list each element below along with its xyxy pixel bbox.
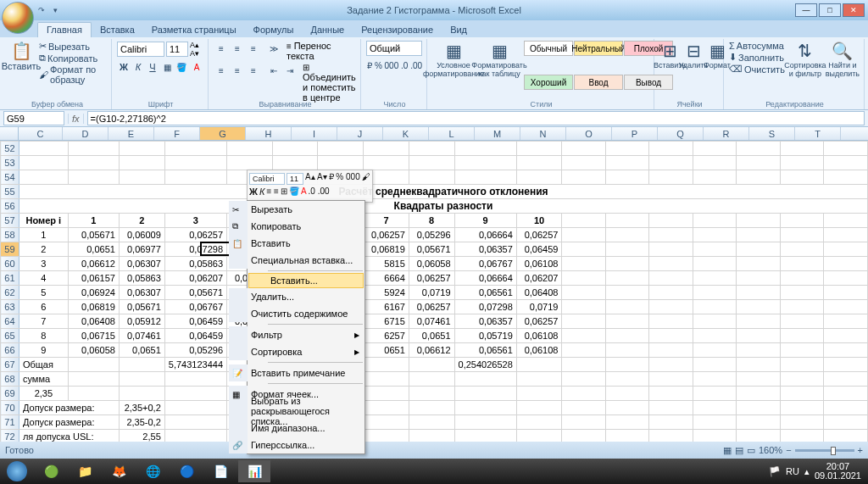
column-header[interactable]: F: [154, 127, 200, 140]
font-color-button[interactable]: A: [189, 59, 204, 75]
context-menu-item[interactable]: Удалить...: [229, 288, 364, 305]
bold-button[interactable]: Ж: [117, 59, 131, 75]
view-break-icon[interactable]: ▭: [747, 445, 755, 456]
tray-lang[interactable]: RU: [786, 466, 799, 476]
format-table-button[interactable]: ▦Форматировать как таблицу: [478, 41, 520, 108]
conditional-format-button[interactable]: ▦Условное форматирование: [432, 41, 475, 108]
font-name-input[interactable]: [117, 42, 164, 57]
column-header[interactable]: T: [795, 127, 841, 140]
row-header[interactable]: 64: [1, 314, 19, 329]
qat-drop-icon[interactable]: ▾: [49, 4, 61, 16]
office-button[interactable]: [2, 2, 34, 34]
column-header[interactable]: L: [429, 127, 475, 140]
style-gallery[interactable]: ОбычныйНейтральныйПлохойХорошийВводВывод: [524, 41, 673, 108]
taskbar-app-6[interactable]: 📄: [204, 460, 236, 482]
name-box[interactable]: G59: [3, 111, 64, 125]
fill-series-button[interactable]: ⬇ Заполнить: [729, 52, 785, 63]
column-header[interactable]: E: [108, 127, 154, 140]
close-button[interactable]: ✕: [843, 3, 865, 17]
context-menu-item[interactable]: Выбрать из раскрывающегося списка...: [229, 403, 364, 420]
taskbar-app-4[interactable]: 🌐: [136, 460, 169, 482]
row-header[interactable]: 62: [1, 286, 19, 300]
ribbon-tab[interactable]: Рецензирование: [353, 23, 442, 37]
taskbar-app-1[interactable]: 🟢: [35, 460, 67, 482]
row-header[interactable]: 55: [1, 185, 19, 199]
wrap-text-button[interactable]: ≡ Перенос текста: [287, 41, 357, 61]
taskbar-app-5[interactable]: 🔵: [170, 460, 203, 482]
context-menu-item[interactable]: Очистить содержимое: [229, 305, 364, 322]
column-header[interactable]: I: [292, 127, 337, 140]
underline-button[interactable]: Ч: [146, 59, 159, 75]
taskbar-app-3[interactable]: 🦊: [103, 460, 135, 482]
column-header[interactable]: G: [200, 127, 246, 140]
select-all-corner[interactable]: [0, 127, 19, 140]
context-menu-item[interactable]: 📋Вставить: [229, 235, 364, 252]
italic-button[interactable]: К: [131, 59, 145, 75]
row-header[interactable]: 57: [1, 214, 19, 228]
spreadsheet-grid[interactable]: CDEFGHIJKLMNOPQRST 52535455Расчёт средне…: [0, 127, 868, 484]
taskbar-app-2[interactable]: 📁: [69, 460, 101, 482]
start-button[interactable]: [0, 459, 34, 484]
context-menu-item[interactable]: Специальная вставка...: [229, 252, 364, 269]
copy-button[interactable]: ⧉ Копировать: [39, 53, 108, 64]
number-format-input[interactable]: [366, 41, 422, 56]
column-header[interactable]: H: [246, 127, 292, 140]
row-header[interactable]: 61: [1, 271, 19, 286]
column-header[interactable]: J: [337, 127, 383, 140]
view-normal-icon[interactable]: ▦: [723, 445, 732, 456]
row-header[interactable]: 52: [1, 142, 19, 156]
column-header[interactable]: D: [63, 127, 108, 140]
context-menu-item[interactable]: Фильтр▶: [229, 326, 364, 343]
context-menu-item[interactable]: 🔗Гиперссылка...: [229, 437, 364, 453]
find-select-button[interactable]: 🔍Найти и выделить: [826, 41, 860, 108]
context-menu-item[interactable]: Сортировка▶: [229, 343, 364, 360]
context-menu-item[interactable]: ⧉Копировать: [229, 218, 364, 235]
column-header[interactable]: M: [475, 127, 520, 140]
taskbar-excel[interactable]: 📊: [238, 460, 270, 482]
row-header[interactable]: 58: [1, 228, 19, 242]
column-header[interactable]: O: [566, 127, 612, 140]
ribbon-tab[interactable]: Данные: [302, 23, 353, 37]
context-menu-item[interactable]: ✂Вырезать: [229, 201, 364, 218]
tray-up-icon[interactable]: ▴: [804, 466, 810, 477]
ribbon-tab[interactable]: Разметка страницы: [143, 23, 245, 37]
row-header[interactable]: 70: [1, 401, 19, 415]
cut-button[interactable]: ✂ Вырезать: [39, 41, 108, 52]
column-header[interactable]: P: [612, 127, 658, 140]
zoom-level[interactable]: 160%: [759, 445, 782, 455]
context-menu-item[interactable]: Имя диапазона...: [229, 420, 364, 437]
formula-input[interactable]: =(G10-2,27186)^2: [87, 111, 865, 125]
context-menu-item[interactable]: 📝Вставить примечание: [229, 364, 364, 381]
row-header[interactable]: 65: [1, 329, 19, 343]
fill-button[interactable]: 🪣: [175, 59, 188, 75]
row-header[interactable]: 67: [1, 358, 19, 372]
tray-flag-icon[interactable]: 🏳️: [769, 466, 781, 477]
row-header[interactable]: 56: [1, 199, 19, 214]
ribbon-tab[interactable]: Вставка: [92, 23, 143, 37]
format-painter-button[interactable]: 🖌 Формат по образцу: [39, 64, 108, 85]
qat-redo-icon[interactable]: ↷: [36, 4, 47, 16]
mini-toolbar[interactable]: A▴ A▾₽ % 000🖌 ЖК≡ ≡⊞🪣A.0 .00: [247, 170, 373, 203]
row-header[interactable]: 69: [1, 387, 19, 401]
column-header[interactable]: N: [520, 127, 566, 140]
view-layout-icon[interactable]: ▤: [735, 445, 743, 456]
column-header[interactable]: K: [383, 127, 429, 140]
row-header[interactable]: 54: [1, 170, 19, 185]
autosum-button[interactable]: Σ Автосумма: [729, 41, 785, 51]
merge-button[interactable]: ⊞ Объединить и поместить в центре: [303, 63, 357, 103]
row-header[interactable]: 63: [1, 300, 19, 314]
zoom-out-button[interactable]: −: [786, 445, 791, 455]
sort-filter-button[interactable]: ⇅Сортировка и фильтр: [788, 41, 822, 108]
row-header[interactable]: 53: [1, 156, 19, 170]
border-button[interactable]: ▦: [160, 59, 174, 75]
column-header[interactable]: C: [19, 127, 63, 140]
row-header[interactable]: 71: [1, 415, 19, 430]
minimize-button[interactable]: —: [795, 3, 817, 17]
zoom-slider[interactable]: [795, 449, 854, 452]
ribbon-tab[interactable]: Главная: [37, 22, 92, 37]
column-header[interactable]: R: [704, 127, 749, 140]
ribbon-tab[interactable]: Вид: [442, 23, 476, 37]
tray-clock[interactable]: 20:0709.01.2021: [815, 462, 861, 481]
context-menu-item[interactable]: Вставить...: [248, 273, 364, 288]
paste-button[interactable]: 📋Вставить: [7, 41, 36, 108]
